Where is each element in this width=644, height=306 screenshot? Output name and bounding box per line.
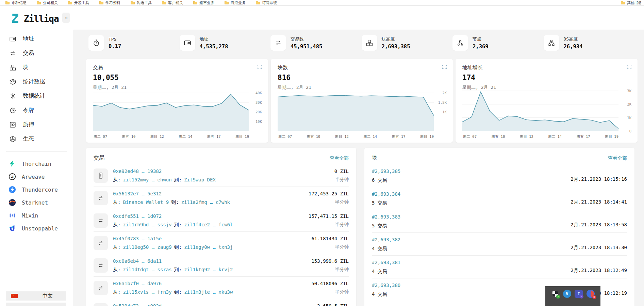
transaction-hash-link[interactable]: 0x5294a73 … c092d (113, 303, 162, 306)
mail-badge-icon[interactable]: 6 (587, 290, 595, 298)
bookmark-folder[interactable]: 客户相关 (162, 0, 183, 5)
sidebar-item-mixin[interactable]: Mixin (0, 209, 73, 222)
from-address-link[interactable]: Binance Wallet 9 (123, 199, 169, 206)
block-number-link[interactable]: #2,693,385 (372, 168, 400, 174)
zilliqa-logo[interactable]: Zilliqa (0, 6, 73, 24)
from-address-link[interactable]: zil1dtdgt … ssras (123, 267, 171, 273)
bookmark-folder[interactable]: 公司相关 (37, 0, 58, 5)
sidebar-item-thundercore[interactable]: Thundercore (0, 183, 73, 196)
sidebar-item-starknet[interactable]: Starknet (0, 196, 73, 209)
expand-icon[interactable] (257, 64, 263, 70)
from-address-link[interactable]: zil10eg50 … zaug9 (123, 244, 171, 251)
other-bookmarks-folder[interactable]: 其他书签 (621, 0, 641, 5)
sidebar-divider (6, 151, 67, 152)
x-axis-labels: 周二 07周五 10周日 12周二 14周五 17周日 19 (278, 134, 434, 139)
block-row: #2,693,383 5 交易 2月.21.2023 18:13:58 (372, 210, 627, 232)
block-number-link[interactable]: #2,693,383 (372, 214, 400, 220)
transaction-amount: 50.418096 ZIL (311, 281, 349, 286)
folder-icon (68, 1, 72, 4)
transaction-hash-link[interactable]: 0xc0a6eb4 … 6da11 (113, 258, 162, 264)
transaction-hash-link[interactable]: 0x56132e7 … 5e312 (113, 191, 162, 196)
language-selector[interactable]: 中文 (6, 291, 66, 301)
sidebar-collapse-button[interactable]: ◁ (62, 13, 70, 23)
block-timestamp: 2月.21.2023 18:13:58 (571, 222, 627, 229)
transaction-row: 0x56132e7 … 5e312 从: Binance Wallet 9 到:… (94, 187, 349, 209)
sidebar-item-data-stats[interactable]: 数据统计 (0, 89, 73, 103)
folder-icon (5, 1, 10, 4)
network-stats-row: TPS0.17 地址4,535,278 交易数45,951,485 块高度2,6… (88, 35, 634, 51)
to-address-link[interactable]: zil1egy0w … txn3j (184, 244, 233, 251)
teams-icon[interactable]: T✓ (575, 290, 583, 298)
unstoppable-icon (9, 225, 16, 232)
hexagon-network-icon (9, 135, 16, 143)
y-axis-labels: 2K1.5K1K (435, 88, 447, 131)
x-axis-labels: 周二 07周五 10周日 12周二 14周五 17周日 19 (463, 134, 618, 139)
bottom-panel-partial[interactable] (6, 303, 66, 306)
block-row: #2,693,385 6 交易 2月.21.2023 18:15:16 (372, 164, 627, 187)
to-address-link[interactable]: zil1f4ce2 … fcw6l (184, 222, 233, 228)
sidebar-item-thorchain[interactable]: Thorchain (0, 157, 73, 170)
bookmark-folder[interactable]: 订阅系统 (256, 0, 277, 5)
stat-nodes: 节点2,369 (452, 35, 544, 51)
transaction-hash-link[interactable]: 0x45f0783 … 1a15e (113, 236, 162, 241)
to-address-link[interactable]: zil1ktq92 … krvj2 (184, 267, 233, 273)
block-number-link[interactable]: #2,693,384 (372, 191, 400, 197)
block-number-link[interactable]: #2,693,381 (372, 260, 400, 265)
defender-shield-icon[interactable]: ✓ (551, 290, 559, 298)
bookmark-folder[interactable]: 超市业务 (193, 0, 214, 5)
sidebar-item-unstoppable[interactable]: Unstoppable (0, 222, 73, 235)
folder-icon (256, 1, 260, 4)
view-all-blocks-link[interactable]: 查看全部 (608, 155, 627, 161)
sidebar-item-arweave[interactable]: a Arweave (0, 170, 73, 183)
from-label: 从: (113, 289, 120, 295)
bookmark-folder[interactable]: 海浪业务 (225, 0, 246, 5)
to-address-link[interactable]: ZilSwap DEX (184, 177, 216, 183)
from-address-link[interactable]: zil15xvts … frn3y (123, 289, 171, 295)
stat-transactions: 交易数45,951,485 (270, 35, 362, 51)
transaction-amount: 172,453.25 ZIL (309, 191, 349, 196)
transaction-hash-link[interactable]: 0x6a1b7f0 … da976 (113, 281, 162, 286)
from-address-link[interactable]: zil152mwy … ehwun (123, 177, 171, 183)
bookmark-folder[interactable]: 学习资料 (99, 0, 120, 5)
sidebar-item-addresses[interactable]: 地址 (0, 32, 73, 46)
bookmark-folder[interactable]: 沟通工具 (131, 0, 152, 5)
thundercore-icon (9, 186, 16, 193)
expand-icon[interactable] (626, 64, 632, 70)
transaction-hash-link[interactable]: 0xcdfe551 … 1d072 (113, 213, 162, 219)
sidebar-item-tokens[interactable]: 令牌 (0, 103, 73, 117)
block-number-link[interactable]: #2,693,380 (372, 283, 400, 288)
block-number-link[interactable]: #2,693,382 (372, 237, 400, 242)
area-chart (278, 88, 434, 131)
sidebar-item-blocks[interactable]: 块 (0, 60, 73, 75)
bookmark-folder[interactable]: 开发工具 (68, 0, 89, 5)
to-address-link[interactable]: zil1m3jte … xku3w (184, 289, 233, 295)
sidebar: Zilliqa 地址 交易 块 统计数据 数据统计 (0, 6, 73, 306)
block-timestamp: 2月.21.2023 18:12:49 (571, 268, 627, 275)
expand-icon[interactable] (442, 64, 447, 70)
to-address-link[interactable]: zil1a2fmq … c7whk (181, 199, 230, 206)
sidebar-item-staking[interactable]: 质押 (0, 117, 73, 132)
sidebar-item-ecosystem[interactable]: 生态 (0, 132, 73, 146)
bookmark-folder[interactable]: 币种信息 (5, 0, 27, 5)
transaction-age: 半分钟 (311, 244, 349, 250)
stat-ds-height: DS高度26,934 (544, 35, 635, 51)
sidebar-item-statistics[interactable]: 统计数据 (0, 75, 73, 89)
view-all-transactions-link[interactable]: 查看全部 (330, 155, 349, 161)
transaction-row: 0xe92ed48 … 19382 从: zil152mwy … ehwun 到… (94, 164, 349, 187)
transaction-row: 0xcdfe551 … 1d072 从: zil1rh9hd … sssjv 到… (94, 209, 349, 231)
lists-row: 交易 查看全部 0xe92ed48 … 19382 (86, 148, 634, 306)
block-tx-count: 5 交易 (372, 200, 400, 206)
to-label: 到: (174, 244, 182, 251)
from-address-link[interactable]: zil1rh9hd … sssjv (123, 222, 171, 228)
sidebar-item-transactions[interactable]: 交易 (0, 46, 73, 60)
svg-text:a: a (11, 174, 14, 179)
starburst-icon (9, 93, 16, 100)
collapse-chevron-icon: ◁ (65, 15, 67, 20)
transaction-age: 半分钟 (311, 267, 349, 273)
language-label: 中文 (43, 293, 53, 299)
transaction-hash-link[interactable]: 0xe92ed48 … 19382 (113, 168, 162, 174)
stat-block-height: 块高度2,693,385 (362, 35, 453, 51)
folder-icon (193, 1, 197, 4)
v-app-icon[interactable]: V (563, 290, 571, 298)
swap-icon (97, 285, 104, 291)
